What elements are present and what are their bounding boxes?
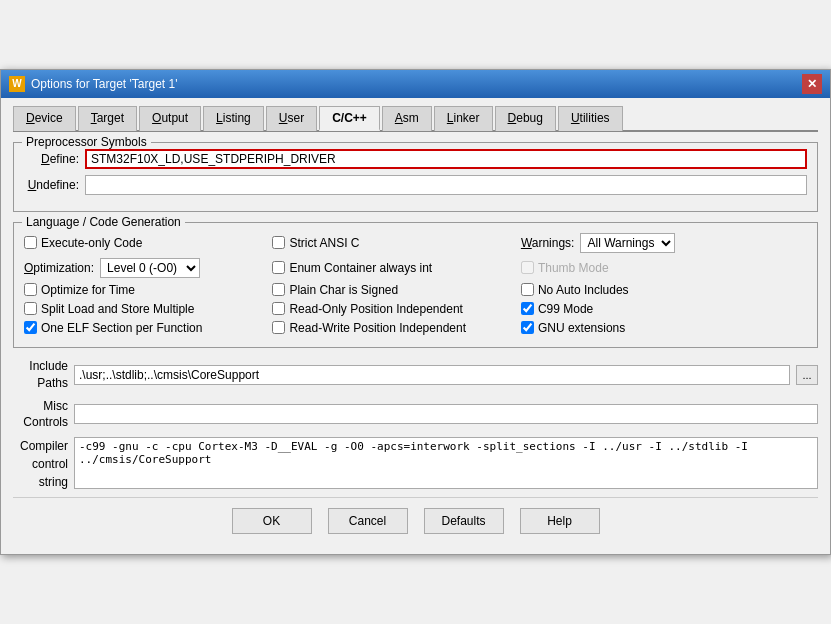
include-paths-row: IncludePaths ... [13,358,818,392]
language-group: Language / Code Generation Execute-only … [13,222,818,348]
thumb-mode-row: Thumb Mode [521,261,807,275]
execute-only-checkbox[interactable] [24,236,37,249]
optimization-row: Optimization: Level 0 (-O0) Level 1 (-O1… [24,258,262,278]
plain-char-label: Plain Char is Signed [289,283,398,297]
defaults-button[interactable]: Defaults [424,508,504,534]
no-auto-includes-checkbox[interactable] [521,283,534,296]
misc-controls-row: MiscControls [13,398,818,432]
one-elf-label: One ELF Section per Function [41,321,202,335]
plain-char-checkbox[interactable] [272,283,285,296]
readwrite-pos-label: Read-Write Position Independent [289,321,466,335]
c99-mode-checkbox[interactable] [521,302,534,315]
thumb-mode-checkbox[interactable] [521,261,534,274]
thumb-mode-label: Thumb Mode [538,261,609,275]
dialog-content: Device Target Output Listing User C/C++ … [1,98,830,554]
tab-bar: Device Target Output Listing User C/C++ … [13,106,818,132]
one-elf-row: One ELF Section per Function [24,321,262,335]
warnings-dropdown[interactable]: All Warnings No Warnings MISRA [580,233,675,253]
cancel-button[interactable]: Cancel [328,508,408,534]
button-bar: OK Cancel Defaults Help [13,497,818,542]
enum-container-label: Enum Container always int [289,261,432,275]
strict-ansi-label: Strict ANSI C [289,236,359,250]
compiler-control-row: Compilercontrolstring -c99 -gnu -c -cpu … [13,437,818,491]
dialog-window: W Options for Target 'Target 1' ✕ Device… [0,69,831,555]
readwrite-pos-checkbox[interactable] [272,321,285,334]
title-bar-left: W Options for Target 'Target 1' [9,76,177,92]
misc-controls-input[interactable] [74,404,818,424]
title-bar: W Options for Target 'Target 1' ✕ [1,70,830,98]
plain-char-row: Plain Char is Signed [272,283,510,297]
readonly-pos-label: Read-Only Position Independent [289,302,462,316]
tab-user[interactable]: User [266,106,317,131]
define-row: Define: [24,149,807,169]
tab-debug[interactable]: Debug [495,106,556,131]
optimize-time-label: Optimize for Time [41,283,135,297]
enum-container-checkbox[interactable] [272,261,285,274]
split-load-label: Split Load and Store Multiple [41,302,194,316]
dialog-title: Options for Target 'Target 1' [31,77,177,91]
undefine-input[interactable] [85,175,807,195]
ok-button[interactable]: OK [232,508,312,534]
include-paths-label: IncludePaths [13,358,68,392]
help-button[interactable]: Help [520,508,600,534]
define-label: Define: [24,152,79,166]
compiler-control-textarea[interactable]: -c99 -gnu -c -cpu Cortex-M3 -D__EVAL -g … [74,437,818,489]
tab-target[interactable]: Target [78,106,137,131]
optimization-label: Optimization: [24,261,94,275]
tab-listing[interactable]: Listing [203,106,264,131]
define-input[interactable] [85,149,807,169]
c99-mode-row: C99 Mode [521,302,807,316]
tab-utilities[interactable]: Utilities [558,106,623,131]
close-button[interactable]: ✕ [802,74,822,94]
tab-asm[interactable]: Asm [382,106,432,131]
warnings-label: Warnings: [521,236,575,250]
compiler-control-label: Compilercontrolstring [13,437,68,491]
app-icon: W [9,76,25,92]
warnings-row: Warnings: All Warnings No Warnings MISRA [521,233,807,253]
optimize-time-checkbox[interactable] [24,283,37,296]
include-paths-input[interactable] [74,365,790,385]
optimize-time-row: Optimize for Time [24,283,262,297]
undefine-row: Undefine: [24,175,807,195]
preprocessor-group-label: Preprocessor Symbols [22,135,151,149]
tab-linker[interactable]: Linker [434,106,493,131]
execute-only-row: Execute-only Code [24,236,262,250]
optimization-dropdown[interactable]: Level 0 (-O0) Level 1 (-O1) Level 2 (-O2… [100,258,200,278]
undefine-label: Undefine: [24,178,79,192]
readonly-pos-row: Read-Only Position Independent [272,302,510,316]
readwrite-pos-row: Read-Write Position Independent [272,321,510,335]
gnu-extensions-row: GNU extensions [521,321,807,335]
tab-cpp[interactable]: C/C++ [319,106,380,131]
misc-controls-label: MiscControls [13,398,68,432]
execute-only-label: Execute-only Code [41,236,142,250]
enum-container-row: Enum Container always int [272,261,510,275]
gnu-extensions-label: GNU extensions [538,321,625,335]
no-auto-includes-row: No Auto Includes [521,283,807,297]
gnu-extensions-checkbox[interactable] [521,321,534,334]
strict-ansi-checkbox[interactable] [272,236,285,249]
preprocessor-group: Preprocessor Symbols Define: Undefine: [13,142,818,212]
include-paths-browse-button[interactable]: ... [796,365,818,385]
split-load-checkbox[interactable] [24,302,37,315]
strict-ansi-row: Strict ANSI C [272,236,510,250]
language-group-label: Language / Code Generation [22,215,185,229]
c99-mode-label: C99 Mode [538,302,593,316]
tab-device[interactable]: Device [13,106,76,131]
one-elf-checkbox[interactable] [24,321,37,334]
no-auto-includes-label: No Auto Includes [538,283,629,297]
split-load-row: Split Load and Store Multiple [24,302,262,316]
readonly-pos-checkbox[interactable] [272,302,285,315]
tab-output[interactable]: Output [139,106,201,131]
